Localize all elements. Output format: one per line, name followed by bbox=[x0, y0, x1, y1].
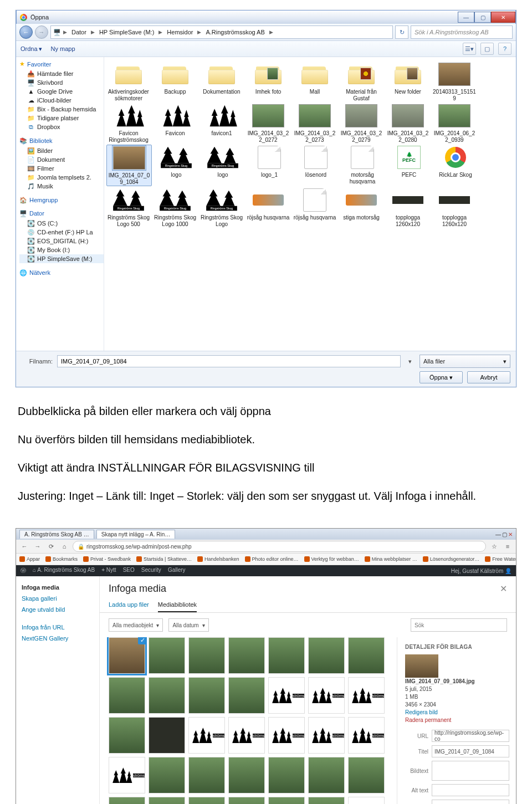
media-grid[interactable]: strömsströmsströmsströmsströmsströmsströ… bbox=[100, 637, 397, 804]
wp-admin-bar[interactable]: ⓦ ⌂ A. Ringströms Skog AB + Nytt SEO Sec… bbox=[16, 565, 516, 576]
file-item[interactable]: motorsåg husqvarna bbox=[340, 145, 385, 186]
ab-new[interactable]: + Nytt bbox=[101, 567, 116, 575]
cancel-button[interactable]: Avbryt bbox=[467, 371, 510, 383]
file-item[interactable]: 20140313_151519 bbox=[432, 62, 477, 102]
file-item[interactable]: Favicon bbox=[153, 103, 197, 144]
tree-cd-f[interactable]: 💿CD-enhet (F:) HP La bbox=[19, 228, 104, 237]
filename-dropdown[interactable]: ▾ bbox=[405, 358, 415, 365]
tree-homegroup[interactable]: Hemgrupp bbox=[29, 197, 58, 203]
maximize-button[interactable]: ▢ bbox=[474, 12, 491, 23]
crumb-dator[interactable]: Dator bbox=[69, 28, 89, 37]
browser-tab-2[interactable]: Skapa nytt inlägg – A. Rin… bbox=[96, 530, 176, 539]
crumb-current[interactable]: A.Ringströmsskog AB bbox=[203, 28, 267, 37]
min-icon[interactable]: — bbox=[495, 531, 501, 537]
side-from-url[interactable]: Infoga från URL bbox=[22, 624, 94, 631]
tree-dropbox[interactable]: ⧉Dropbox bbox=[19, 122, 104, 131]
file-item[interactable]: Favicon Ringströmsskog bbox=[106, 103, 151, 144]
file-item[interactable]: IMG_2014_03_22_0279 bbox=[339, 103, 383, 144]
folder-item[interactable]: Imhek foto bbox=[246, 62, 290, 102]
folder-item[interactable]: Dokumentation bbox=[200, 62, 244, 102]
tree-bix[interactable]: 📁Bix - Backup hemsida bbox=[19, 105, 104, 114]
media-item[interactable]: ströms bbox=[348, 797, 385, 804]
file-item[interactable]: logo_1 bbox=[247, 145, 291, 186]
open-button[interactable]: Öppna ▾ bbox=[420, 371, 463, 383]
ab-site[interactable]: ⌂ A. Ringströms Skog AB bbox=[33, 567, 95, 575]
file-item[interactable]: lösenord bbox=[294, 145, 338, 186]
new-folder-button[interactable]: Ny mapp bbox=[51, 45, 75, 53]
media-item[interactable] bbox=[228, 797, 265, 804]
tab-library[interactable]: Mediabibliotek bbox=[158, 598, 197, 612]
media-search[interactable] bbox=[411, 618, 507, 632]
tree-videos[interactable]: 🎞️Filmer bbox=[19, 164, 104, 173]
browser-forward[interactable]: → bbox=[33, 541, 43, 551]
media-item[interactable] bbox=[109, 797, 145, 804]
close-button[interactable]: ✕ bbox=[491, 12, 515, 23]
media-item[interactable]: ströms bbox=[308, 677, 345, 714]
tree-computer[interactable]: Dator bbox=[29, 210, 44, 217]
file-item[interactable]: röjsåg husqvarna bbox=[293, 187, 337, 228]
filter-type[interactable]: Alla mediaobjekt ▾ bbox=[109, 618, 163, 632]
field-url[interactable]: http://ringstromsskog.se/wp-co bbox=[432, 730, 509, 742]
file-item[interactable]: 🌲PEFCPEFC bbox=[387, 145, 431, 186]
file-item[interactable]: topplogga 1260x120 bbox=[432, 187, 477, 228]
media-item[interactable]: ströms bbox=[228, 717, 265, 754]
file-item[interactable]: IMG_2014_06_22_0939 bbox=[432, 103, 477, 144]
side-insert-media[interactable]: Infoga media bbox=[22, 584, 94, 591]
media-item[interactable] bbox=[188, 757, 225, 793]
tab-upload[interactable]: Ladda upp filer bbox=[109, 598, 149, 612]
bookmark-item[interactable]: Verktyg för webban… bbox=[304, 556, 359, 562]
browser-reload[interactable]: ⟳ bbox=[46, 541, 56, 551]
bookmark-item[interactable]: Bookmarks bbox=[45, 556, 78, 562]
media-item[interactable] bbox=[228, 677, 265, 714]
filetype-select[interactable]: Alla filer▾ bbox=[420, 355, 510, 368]
media-item[interactable] bbox=[308, 757, 345, 793]
url-bar[interactable]: 🔒 ringstromsskog.se/wp-admin/post-new.ph… bbox=[73, 541, 486, 552]
crumb-drive[interactable]: HP SimpleSave (M:) bbox=[97, 28, 156, 37]
bookmark-item[interactable]: Mina webbplatser … bbox=[365, 556, 417, 562]
bookmark-item[interactable]: Photo editor online… bbox=[245, 556, 299, 562]
media-item[interactable]: ströms bbox=[268, 677, 305, 714]
field-title[interactable]: IMG_2014_07_09_1084 bbox=[432, 745, 509, 757]
folder-item[interactable]: Backupp bbox=[153, 62, 197, 102]
ab-sec[interactable]: Security bbox=[141, 567, 161, 575]
back-button[interactable]: ← bbox=[19, 25, 33, 39]
tree-documents[interactable]: 📄Dokument bbox=[19, 155, 104, 164]
folder-item[interactable]: Mall bbox=[293, 62, 337, 102]
tree-network[interactable]: Nätverk bbox=[29, 269, 50, 276]
preview-pane-button[interactable]: ▢ bbox=[480, 43, 494, 55]
media-item[interactable] bbox=[149, 797, 185, 804]
media-item[interactable] bbox=[149, 677, 185, 714]
file-item[interactable]: IMG_2014_07_09_1084 bbox=[106, 145, 152, 186]
filter-date[interactable]: Alla datum ▾ bbox=[168, 618, 208, 632]
file-item[interactable]: favicon1 bbox=[200, 103, 244, 144]
file-item[interactable]: Ringströms SkogRingströms Skog Logo 500 bbox=[106, 187, 151, 228]
ab-user[interactable]: Hej, Gustaf Källström 👤 bbox=[451, 568, 511, 574]
view-button[interactable]: ☰▾ bbox=[463, 43, 476, 55]
folder-item[interactable]: New folder bbox=[386, 62, 430, 102]
detail-edit[interactable]: Redigera bild bbox=[405, 709, 509, 716]
tree-joomla[interactable]: 📁Joomla templsets 2. bbox=[19, 173, 104, 182]
detail-delete[interactable]: Radera permanent bbox=[405, 716, 509, 724]
browser-home[interactable]: ⌂ bbox=[59, 541, 69, 551]
browser-menu[interactable]: ≡ bbox=[503, 541, 513, 551]
file-item[interactable]: röjsåg husqvarna bbox=[246, 187, 290, 228]
media-item[interactable]: ströms bbox=[188, 717, 225, 754]
file-item[interactable]: IMG_2014_03_22_0273 bbox=[293, 103, 337, 144]
filename-input[interactable] bbox=[57, 355, 401, 367]
help-button[interactable]: ? bbox=[498, 43, 511, 55]
tree-recent[interactable]: 📁Tidigare platser bbox=[19, 114, 104, 122]
tree-downloads[interactable]: 📥Hämtade filer bbox=[19, 69, 104, 78]
tree-music[interactable]: 🎵Musik bbox=[19, 182, 104, 191]
browser-tab-1[interactable]: A. Ringströms Skog AB … bbox=[19, 530, 94, 539]
tree-desktop[interactable]: 🖥️Skrivbord bbox=[19, 78, 104, 87]
modal-close[interactable]: ✕ bbox=[500, 583, 507, 594]
browser-back[interactable]: ← bbox=[19, 541, 29, 551]
side-nextgen[interactable]: NextGEN Gallery bbox=[22, 635, 94, 642]
media-item[interactable] bbox=[228, 757, 265, 793]
field-desc[interactable] bbox=[432, 800, 509, 804]
file-item[interactable]: RickLar Skog bbox=[433, 145, 478, 186]
media-item[interactable] bbox=[268, 637, 305, 674]
tree-mybook[interactable]: 💽My Book (I:) bbox=[19, 245, 104, 254]
file-item[interactable]: Ringströms Skoglogo bbox=[154, 145, 198, 186]
media-item[interactable] bbox=[149, 637, 185, 674]
